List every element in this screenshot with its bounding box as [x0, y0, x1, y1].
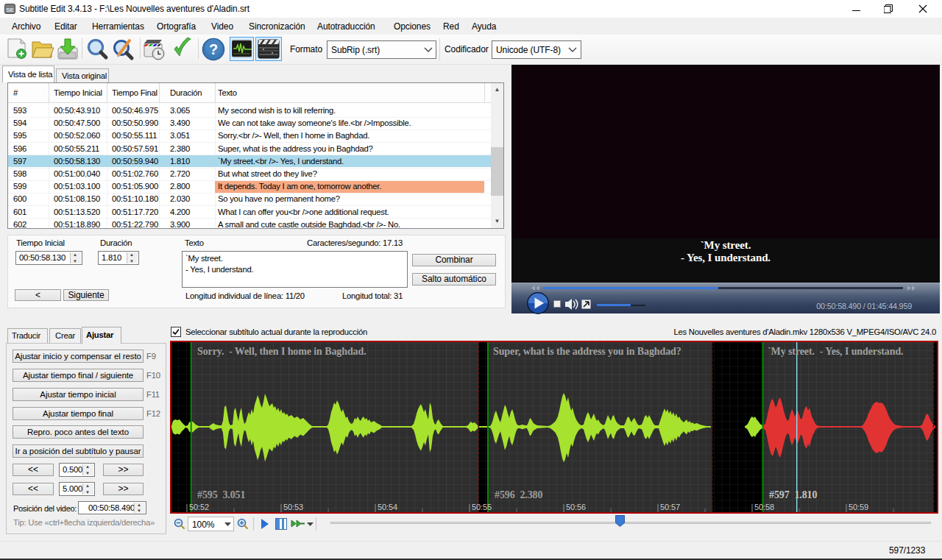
svg-text:?: ?	[209, 41, 218, 57]
svg-text:#595 3.051: #595 3.051	[197, 489, 246, 500]
svg-text:#597 1.810: #597 1.810	[769, 489, 818, 500]
svg-text:50:58: 50:58	[754, 503, 774, 511]
svg-text:50:56: 50:56	[566, 503, 586, 511]
svg-text:50:59: 50:59	[849, 503, 868, 511]
svg-text:`My street. - Yes, I understa: `My street. - Yes, I understand.	[768, 346, 904, 357]
svg-text:50:57: 50:57	[660, 503, 680, 511]
svg-text:50:53: 50:53	[283, 503, 303, 511]
svg-text:50:52: 50:52	[189, 503, 209, 511]
svg-text:Sorry. - Well, then I home in: Sorry. - Well, then I home in Baghdad.	[197, 346, 366, 357]
svg-text:SE: SE	[6, 7, 14, 13]
svg-text:50:54: 50:54	[378, 503, 397, 511]
svg-text:#596 2.380: #596 2.380	[495, 489, 543, 500]
svg-text:Super, what is the address you: Super, what is the address you in Baghda…	[493, 346, 681, 357]
svg-text:50:55: 50:55	[472, 503, 492, 511]
